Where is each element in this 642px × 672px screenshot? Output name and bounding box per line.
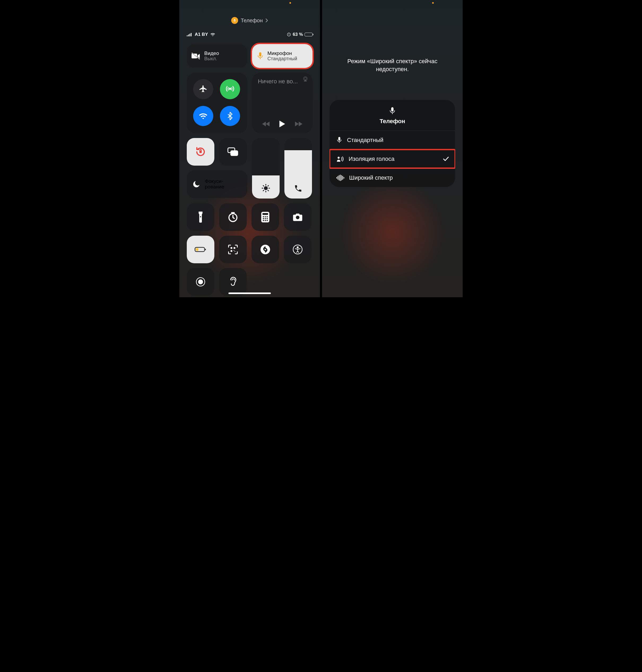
- menu-item-label: Стандартный: [347, 137, 383, 143]
- prev-track-button[interactable]: [262, 121, 270, 127]
- microphone-icon: [389, 107, 396, 115]
- svg-rect-31: [231, 247, 232, 249]
- home-indicator[interactable]: [228, 292, 271, 294]
- svg-point-38: [297, 247, 298, 248]
- info-message: Режим «Широкий спектр» сейчас недоступен…: [333, 57, 452, 73]
- svg-rect-12: [231, 151, 238, 155]
- mic-mode-voice-isolation[interactable]: Изоляция голоса: [330, 149, 455, 168]
- svg-point-20: [267, 216, 268, 217]
- video-title: Видео: [204, 50, 219, 56]
- svg-point-9: [304, 77, 306, 80]
- microphone-icon: [231, 17, 238, 24]
- svg-point-36: [260, 245, 270, 254]
- battery-percent-label: 63 %: [293, 32, 303, 37]
- mic-title: Микрофон: [267, 50, 297, 56]
- next-track-button[interactable]: [294, 121, 303, 127]
- sun-icon: [261, 183, 270, 193]
- svg-point-7: [229, 88, 231, 90]
- screen-record-tile[interactable]: [187, 268, 214, 296]
- mic-mode-menu: Телефон Стандартный Изоляция голоса Широ…: [330, 100, 455, 187]
- status-bar: A1 BY 63 %: [179, 32, 320, 37]
- record-icon: [195, 277, 206, 287]
- focus-label: Фокуси- рование: [205, 179, 224, 190]
- active-app-pill[interactable]: Телефон: [231, 17, 268, 24]
- svg-point-40: [198, 280, 203, 284]
- svg-point-24: [263, 220, 264, 221]
- camera-tile[interactable]: [284, 203, 311, 231]
- antenna-icon: [226, 85, 234, 94]
- shazam-tile[interactable]: [252, 236, 279, 263]
- accessibility-icon: [292, 244, 303, 255]
- qr-icon: [228, 244, 238, 254]
- cellular-toggle[interactable]: [220, 79, 240, 99]
- focus-tile[interactable]: Фокуси- рование: [187, 170, 247, 198]
- hearing-tile[interactable]: [219, 268, 247, 296]
- battery-icon: [305, 33, 312, 36]
- mic-mode-wide-spectrum[interactable]: Широкий спектр: [330, 168, 455, 187]
- airplay-icon: [303, 76, 308, 82]
- svg-rect-47: [343, 176, 343, 180]
- connectivity-tile[interactable]: [187, 73, 247, 133]
- svg-point-14: [200, 216, 201, 217]
- svg-rect-29: [196, 248, 198, 251]
- svg-rect-46: [341, 175, 342, 180]
- volume-slider[interactable]: [284, 138, 312, 199]
- svg-rect-44: [339, 175, 339, 180]
- video-effects-tile[interactable]: Видео Выкл.: [187, 44, 247, 68]
- video-subtitle: Выкл.: [204, 56, 219, 62]
- calculator-tile[interactable]: [252, 203, 279, 231]
- low-power-tile[interactable]: [187, 236, 214, 263]
- svg-rect-17: [262, 213, 268, 215]
- menu-item-label: Широкий спектр: [349, 174, 393, 181]
- svg-point-21: [263, 218, 264, 219]
- wifi-toggle[interactable]: [193, 106, 213, 126]
- now-playing-label: Ничего не во...: [258, 78, 307, 85]
- menu-title: Телефон: [330, 118, 455, 125]
- control-center-screen: Телефон A1 BY 63 % Видео Выкл.: [179, 0, 320, 297]
- mic-mode-menu-screen: Режим «Широкий спектр» сейчас недоступен…: [322, 0, 463, 297]
- ear-icon: [228, 276, 237, 288]
- play-button[interactable]: [279, 120, 286, 128]
- svg-point-26: [267, 220, 268, 221]
- mic-mode-tile[interactable]: Микрофон Стандартный: [252, 44, 312, 68]
- carrier-label: A1 BY: [195, 32, 208, 37]
- bluetooth-icon: [227, 112, 233, 120]
- svg-point-18: [263, 216, 264, 217]
- svg-point-25: [265, 220, 266, 221]
- svg-point-22: [265, 218, 266, 219]
- svg-rect-34: [234, 250, 234, 251]
- screen-mirroring-tile[interactable]: [219, 138, 247, 166]
- phone-icon: [294, 184, 303, 193]
- svg-point-19: [265, 216, 266, 217]
- svg-rect-30: [205, 249, 206, 250]
- media-tile[interactable]: Ничего не во...: [252, 73, 312, 133]
- svg-rect-0: [187, 35, 188, 36]
- shazam-icon: [260, 244, 271, 255]
- flashlight-icon: [198, 212, 204, 223]
- camera-icon: [292, 213, 303, 221]
- svg-point-41: [338, 157, 339, 159]
- bluetooth-toggle[interactable]: [220, 106, 240, 126]
- airplane-toggle[interactable]: [193, 79, 213, 99]
- video-off-icon: [192, 53, 201, 60]
- accessibility-tile[interactable]: [284, 236, 311, 263]
- svg-point-23: [267, 218, 268, 219]
- rotation-lock-toggle[interactable]: [187, 138, 214, 166]
- chevron-right-icon: [265, 18, 268, 23]
- timer-tile[interactable]: [219, 203, 247, 231]
- brightness-slider[interactable]: [252, 138, 280, 199]
- svg-rect-2: [189, 34, 190, 36]
- mic-mode-standard[interactable]: Стандартный: [330, 130, 455, 149]
- menu-item-label: Изоляция голоса: [349, 155, 395, 162]
- flashlight-tile[interactable]: [187, 203, 214, 231]
- screen-mirroring-icon: [227, 147, 239, 156]
- wide-spectrum-icon: [336, 175, 344, 181]
- mic-subtitle: Стандартный: [267, 56, 297, 62]
- qr-scan-tile[interactable]: [219, 236, 247, 263]
- svg-point-13: [264, 187, 267, 190]
- svg-rect-45: [340, 175, 341, 181]
- svg-rect-35: [234, 251, 235, 252]
- mic-active-dot: [290, 2, 291, 4]
- svg-rect-42: [336, 177, 337, 179]
- checkmark-icon: [443, 156, 449, 161]
